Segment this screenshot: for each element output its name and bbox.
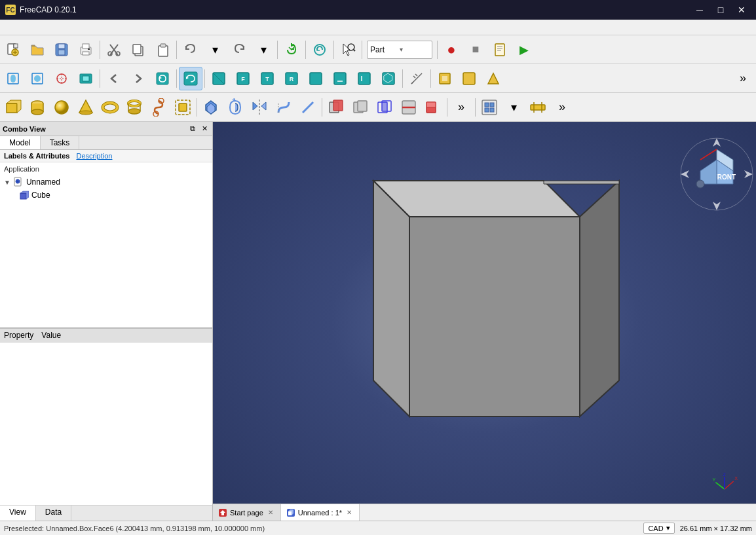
svg-rect-89 bbox=[358, 101, 367, 111]
view-menu-button[interactable] bbox=[74, 67, 98, 90]
view-left-button[interactable] bbox=[352, 67, 376, 90]
helix-button[interactable] bbox=[147, 96, 170, 119]
combo-restore-button[interactable]: ⧉ bbox=[187, 124, 198, 134]
fit-selection-button[interactable] bbox=[26, 67, 49, 90]
mirror-button[interactable] bbox=[248, 96, 271, 119]
view-rear-button[interactable] bbox=[304, 67, 328, 90]
tab-tasks[interactable]: Tasks bbox=[41, 136, 80, 149]
cursor-button[interactable] bbox=[336, 38, 360, 62]
tab-start-page-label: Start page bbox=[230, 509, 263, 517]
combo-view-header: Combo View ⧉ ✕ bbox=[0, 122, 212, 136]
refresh2-button[interactable] bbox=[308, 38, 331, 62]
part-container-button[interactable] bbox=[171, 96, 195, 119]
redo-button[interactable] bbox=[227, 38, 251, 62]
more-button[interactable]: » bbox=[731, 67, 755, 90]
cone-button[interactable] bbox=[74, 96, 98, 119]
save-button[interactable] bbox=[50, 38, 73, 62]
nav-back-button[interactable] bbox=[102, 67, 126, 90]
svg-rect-7 bbox=[58, 50, 65, 55]
part-tool1[interactable] bbox=[433, 67, 457, 90]
view-isometric-button[interactable] bbox=[377, 67, 400, 90]
measure-dropdown[interactable]: ▾ bbox=[502, 96, 525, 119]
undo-button[interactable] bbox=[179, 38, 202, 62]
boolean-union-button[interactable] bbox=[349, 96, 372, 119]
view-front-button[interactable]: F bbox=[231, 67, 255, 90]
view-bottom-button[interactable] bbox=[328, 67, 352, 90]
torus-button[interactable] bbox=[98, 96, 122, 119]
box-shape-button[interactable] bbox=[1, 96, 25, 119]
cad-dropdown-arrow: ▾ bbox=[666, 524, 670, 532]
svg-point-125 bbox=[696, 180, 704, 188]
refresh-button[interactable] bbox=[280, 38, 303, 62]
cad-indicator[interactable]: CAD ▾ bbox=[643, 523, 674, 534]
tab-data[interactable]: Data bbox=[36, 506, 71, 521]
svg-rect-47 bbox=[334, 73, 346, 84]
paste-button[interactable] bbox=[151, 38, 174, 62]
record-button[interactable]: ● bbox=[440, 38, 463, 62]
sync-view-button[interactable] bbox=[179, 67, 202, 90]
view-right-button[interactable]: R bbox=[280, 67, 303, 90]
tab-unnamed[interactable]: Unnamed : 1* ✕ bbox=[281, 504, 360, 521]
workbench-dropdown[interactable]: Part ▾ bbox=[367, 41, 432, 59]
maximize-button[interactable]: □ bbox=[711, 3, 730, 16]
svg-rect-96 bbox=[426, 102, 436, 107]
close-button[interactable]: ✕ bbox=[732, 3, 751, 16]
notebook-button[interactable] bbox=[488, 38, 512, 62]
sep6 bbox=[362, 41, 362, 59]
open-button[interactable] bbox=[26, 38, 49, 62]
nav-cube[interactable]: FRONT bbox=[677, 135, 743, 200]
svg-line-54 bbox=[411, 82, 413, 84]
tab-start-page[interactable]: Start page ✕ bbox=[213, 504, 281, 521]
print-button[interactable] bbox=[74, 38, 98, 62]
sphere-button[interactable] bbox=[50, 96, 73, 119]
svg-marker-113 bbox=[409, 217, 580, 416]
nav-cube-svg: FRONT bbox=[677, 135, 756, 213]
prism-button[interactable] bbox=[123, 96, 146, 119]
play-button[interactable]: ▶ bbox=[512, 38, 536, 62]
toolbar-view: F T R » bbox=[0, 64, 756, 93]
sep-view4 bbox=[402, 69, 403, 88]
more-measure[interactable]: » bbox=[550, 96, 574, 119]
combo-close-button[interactable]: ✕ bbox=[199, 124, 210, 134]
draw-style-button[interactable] bbox=[50, 67, 73, 90]
fillet-button[interactable] bbox=[272, 96, 295, 119]
measure-shape1[interactable] bbox=[478, 96, 501, 119]
measure-button[interactable] bbox=[405, 67, 428, 90]
undo-dropdown[interactable]: ▾ bbox=[203, 38, 227, 62]
extrude-button[interactable] bbox=[199, 96, 223, 119]
section-button[interactable] bbox=[397, 96, 421, 119]
sep7 bbox=[437, 41, 438, 59]
revolve-button[interactable] bbox=[223, 96, 247, 119]
redo-dropdown[interactable]: ▾ bbox=[252, 38, 275, 62]
fit-all-button[interactable] bbox=[1, 67, 25, 90]
boolean-intersect-button[interactable] bbox=[373, 96, 396, 119]
minimize-button[interactable]: ─ bbox=[690, 3, 709, 16]
cylinder-button[interactable] bbox=[26, 96, 49, 119]
slice-button[interactable] bbox=[421, 96, 445, 119]
cut-button[interactable] bbox=[102, 38, 126, 62]
part-tool3[interactable] bbox=[482, 67, 505, 90]
measure-tool2[interactable] bbox=[526, 96, 550, 119]
tab-model[interactable]: Model bbox=[0, 136, 41, 149]
new-button[interactable] bbox=[1, 38, 25, 62]
view-home-button[interactable] bbox=[207, 67, 231, 90]
stop-button[interactable]: ■ bbox=[464, 38, 487, 62]
more-shapes[interactable]: » bbox=[449, 96, 473, 119]
tree-item-unnamed[interactable]: ▼ Unnamed bbox=[0, 175, 212, 189]
tree-panel: Application ▼ Unnamed Cube bbox=[0, 162, 212, 328]
nav-forward-button[interactable] bbox=[126, 67, 150, 90]
subtab-description[interactable]: Description bbox=[75, 151, 113, 160]
boolean-cut-button[interactable] bbox=[324, 96, 348, 119]
viewport-canvas[interactable]: FRONT X Y Z bbox=[213, 122, 756, 521]
tab-unnamed-close[interactable]: ✕ bbox=[345, 508, 354, 517]
tree-item-cube[interactable]: Cube bbox=[0, 189, 212, 202]
status-bar: Preselected: Unnamed.Box.Face6 (4.200413… bbox=[0, 521, 756, 535]
tab-view[interactable]: View bbox=[0, 506, 36, 521]
subtab-labels[interactable]: Labels & Attributes bbox=[3, 151, 71, 160]
view-top-button[interactable]: T bbox=[255, 67, 279, 90]
chamfer-button[interactable] bbox=[296, 96, 320, 119]
tab-start-page-close[interactable]: ✕ bbox=[266, 508, 275, 517]
nav-cycle-button[interactable] bbox=[151, 67, 174, 90]
part-tool2[interactable] bbox=[457, 67, 481, 90]
copy-button[interactable] bbox=[126, 38, 150, 62]
